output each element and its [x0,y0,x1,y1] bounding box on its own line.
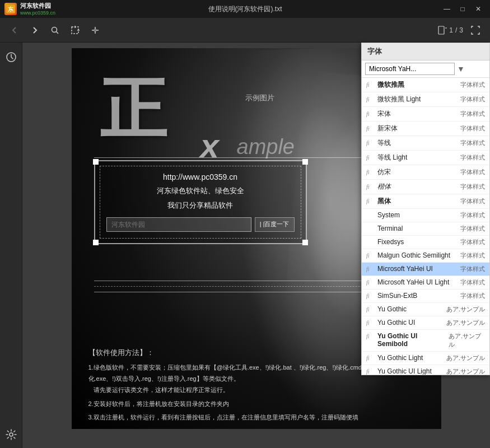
font-type-icon: fi [366,368,374,375]
font-item[interactable]: fiMicrosoft YaHei UI Light字体样式 [362,276,489,290]
logo-text: 河东软件园 www.pc0359.cn [20,2,55,15]
font-name: Yu Gothic Light [377,354,423,362]
font-sample: あア.サンプル [446,367,485,375]
close-button[interactable]: ✕ [471,3,486,15]
font-name: Microsoft YaHei UI Light [377,278,449,286]
font-suffix: 字体样式 [460,238,485,246]
font-suffix: 字体样式 [460,211,485,220]
window-title: 使用说明(河东软件园).txt [208,4,282,14]
title-bar-left: 东 河东软件园 www.pc0359.cn [4,2,55,15]
font-sample: あア.サンプル [446,305,485,314]
font-item[interactable]: fiMalgun Gothic Semilight字体样式 [362,249,489,263]
font-item[interactable]: Terminal字体样式 [362,222,489,236]
svg-text:东: 东 [8,6,14,12]
font-item[interactable]: fiYu Gothic Lightあア.サンプル [362,352,489,365]
font-name: Yu Gothic UI [377,319,415,326]
font-item[interactable]: Fixedsys字体样式 [362,236,489,249]
font-sample: あア.サンプル [446,354,485,362]
font-item[interactable]: fi黑体字体样式 [362,194,489,209]
font-suffix: 字体样式 [460,139,485,147]
font-panel-header: 字体 [362,43,489,60]
font-type-icon: fi [366,96,374,102]
font-search-dropdown-icon[interactable]: ▼ [457,64,465,73]
minimize-button[interactable]: — [440,3,454,15]
font-item[interactable]: fiMicrosoft YaHei UI字体样式 [362,263,489,276]
font-name: 等线 [377,138,391,148]
font-item[interactable]: fiYu Gothic UIあア.サンプル [362,316,489,330]
logo-cn-name: 河东软件园 [20,2,55,10]
font-panel: 字体 ▼ fi微软推黑字体样式fi微软推黑 Light字体样式fi宋体字体样式f… [361,43,490,375]
font-name: Yu Gothic UI Semibold [377,332,445,348]
page-total: 3 [459,26,463,34]
font-item[interactable]: fiYu Gothicあア.サンプル [362,303,489,316]
maximize-button[interactable]: □ [455,3,470,15]
page-current: 1 [449,26,453,34]
font-type-icon: fi [366,125,374,132]
font-search-input[interactable] [365,63,455,75]
page-separator: / [455,26,457,34]
svg-point-2 [52,27,57,32]
font-suffix: 字体样式 [460,153,485,162]
search-input[interactable] [106,217,251,232]
doc-tagline2: 我们只分享精品软件 [106,200,295,211]
font-item[interactable]: fi等线 Light字体样式 [362,151,489,165]
search-button-doc[interactable]: | |百度一下 [255,217,295,232]
char-overlay: 正 [100,76,167,143]
font-name: 微软推黑 Light [377,95,421,104]
font-name: SimSun-ExtB [377,292,417,300]
sidebar-history-icon[interactable] [3,49,19,65]
font-type-icon: fi [366,140,374,146]
font-item[interactable]: fi微软推黑 Light字体样式 [362,92,489,107]
font-type-icon: fi [366,355,374,361]
font-name: 楷体 [377,182,391,192]
example-x: x [200,127,219,165]
select-button[interactable] [67,22,83,38]
item2: 2.安装好软件后，将注册机放在安装目录的文件夹内 [88,399,424,410]
search-button[interactable] [47,22,63,38]
forward-button[interactable] [27,22,43,38]
font-item[interactable]: fi楷体字体样式 [362,180,489,194]
font-item[interactable]: fi仿宋字体样式 [362,165,489,180]
pan-button[interactable] [87,22,103,38]
doc-tagline: 河东绿色软件站、绿色安全 [106,186,295,196]
content-box: http://www.pc0359.cn 河东绿色软件站、绿色安全 我们只分享精… [94,160,307,244]
font-type-icon: fi [366,293,374,299]
font-name: 仿宋 [377,167,391,177]
font-item[interactable]: fi微软推黑字体样式 [362,78,489,92]
sample-label: 示例图片 [245,93,274,103]
font-item[interactable]: fi新宋体字体样式 [362,122,489,136]
font-name: Fixedsys [377,238,404,246]
back-button[interactable] [7,22,22,38]
font-item[interactable]: fi宋体字体样式 [362,107,489,122]
font-name: 等线 Light [377,153,407,162]
page-indicator: 1 / 3 [438,26,463,35]
corner-br [302,240,308,245]
font-item[interactable]: System字体样式 [362,209,489,222]
font-name: 黑体 [377,197,391,206]
font-item[interactable]: fi等线字体样式 [362,136,489,151]
fit-button[interactable] [468,22,483,38]
font-name: Terminal [377,225,403,232]
font-type-icon: fi [366,169,374,175]
font-suffix: 字体样式 [460,95,485,104]
font-name: Yu Gothic UI Light [377,367,432,375]
doc-url: http://www.pc0359.cn [106,172,295,181]
font-suffix: 字体样式 [460,81,485,89]
font-item[interactable]: fiYu Gothic UI Lightあア.サンプル [362,365,489,375]
font-type-icon: fi [366,333,374,339]
corner-bl [93,240,99,245]
font-suffix: 字体样式 [460,197,485,206]
font-item[interactable]: fiYu Gothic UI Semiboldあア.サンプル [362,330,489,352]
svg-point-10 [10,433,13,436]
font-type-icon: fi [366,279,374,286]
font-name: Yu Gothic [377,305,407,313]
toolbar: 1 / 3 [0,18,490,43]
app-logo-icon: 东 [4,3,17,15]
font-list: fi微软推黑字体样式fi微软推黑 Light字体样式fi宋体字体样式fi新宋体字… [362,78,489,375]
corner-tl [93,159,99,165]
item3: 3.双击注册机，软件运行，看到有注册按钮后，点注册，在注册信息里填写用户名等，注… [88,412,424,423]
window-controls: — □ ✕ [440,3,486,15]
sidebar-settings-icon[interactable] [3,427,19,442]
font-item[interactable]: fiSimSun-ExtB字体样式 [362,290,489,303]
font-type-icon: fi [366,155,374,161]
